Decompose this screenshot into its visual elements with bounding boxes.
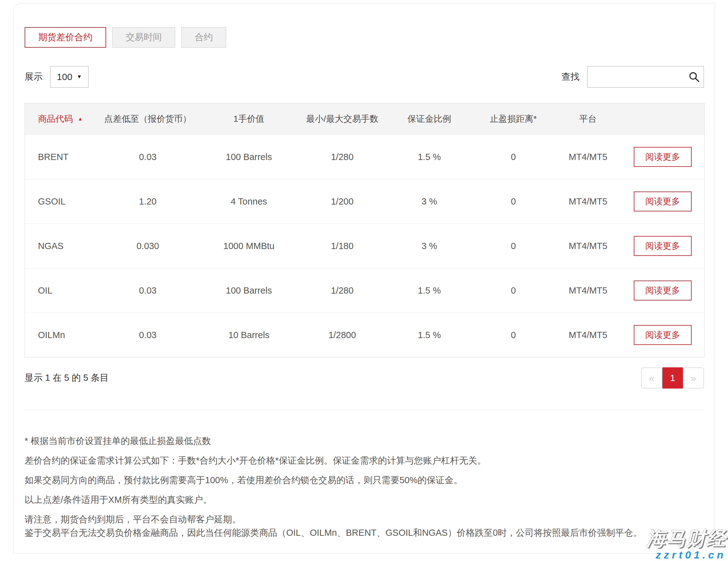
cell-spread: 0.03 [96, 286, 199, 296]
search-control: 查找 [562, 66, 704, 88]
search-input[interactable] [587, 66, 704, 88]
search-label: 查找 [562, 71, 580, 83]
page-size-select[interactable]: 100 ▼ [50, 66, 89, 88]
column-header-stop-distance[interactable]: 止盈损距离* [473, 113, 554, 125]
cell-actions: 阅读更多 [622, 236, 703, 256]
tab-contracts[interactable]: 合约 [181, 27, 226, 48]
cell-actions: 阅读更多 [622, 325, 703, 345]
read-more-button[interactable]: 阅读更多 [634, 236, 692, 256]
cell-spread: 1.20 [96, 196, 199, 207]
footnote-account-types: 以上点差/条件适用于XM所有类型的真实账户。 [25, 494, 684, 505]
sort-asc-icon: ▲ [78, 116, 83, 122]
cell-min-max: 1/180 [299, 241, 386, 251]
read-more-button[interactable]: 阅读更多 [634, 325, 692, 345]
content-card: 期货差价合约 交易时间 合约 展示 100 ▼ 查找 [13, 3, 715, 554]
cell-symbol: GSOIL [25, 196, 96, 207]
footnote-expiry: 请注意，期货合约到期后，平台不会自动帮客户延期。 [25, 514, 684, 525]
footnote-hedged-margin: 如果交易同方向的商品，预付款比例需要高于100%，若使用差价合约锁仓交易的话，则… [25, 475, 684, 486]
cell-min-max: 1/280 [299, 152, 386, 162]
cell-margin: 3 % [386, 196, 473, 207]
watermark-site: zzrt01.cn [646, 549, 726, 561]
prev-page-button[interactable]: « [641, 367, 662, 389]
chevron-down-icon: ▼ [77, 74, 82, 80]
cell-actions: 阅读更多 [622, 191, 703, 211]
table-row-ngas: NGAS 0.030 1000 MMBtu 1/180 3 % 0 MT4/MT… [25, 223, 704, 268]
cell-platform: MT4/MT5 [554, 196, 622, 207]
footnote-negative-prices: 鉴于交易平台无法交易负价格金融商品，因此当任何能源类商品（OIL、OILMn、B… [25, 527, 684, 538]
instruments-table: 商品代码 ▲ 点差低至（报价货币） 1手价值 最小/最大交易手数 保证金比例 止… [25, 103, 705, 358]
cell-platform: MT4/MT5 [554, 330, 622, 340]
cell-actions: 阅读更多 [622, 280, 703, 301]
pagination: 显示 1 在 5 的 5 条目 « 1 » [25, 367, 704, 389]
cell-symbol: BRENT [25, 152, 96, 162]
cell-symbol: OIL [25, 286, 96, 296]
cell-lot-value: 4 Tonnes [199, 196, 299, 207]
cell-min-max: 1/2800 [299, 330, 386, 340]
table-controls: 展示 100 ▼ 查找 [25, 66, 704, 88]
table-row-brent: BRENT 0.03 100 Barrels 1/280 1.5 % 0 MT4… [25, 134, 704, 179]
cell-min-max: 1/200 [299, 196, 386, 207]
divider [25, 410, 705, 410]
cell-symbol: OILMn [25, 330, 96, 340]
cell-min-max: 1/280 [299, 286, 386, 296]
tab-bar: 期货差价合约 交易时间 合约 [25, 27, 226, 48]
column-header-symbol[interactable]: 商品代码 ▲ [25, 113, 96, 125]
cell-platform: MT4/MT5 [554, 286, 622, 296]
footnote-margin-formula: 差价合约的保证金需求计算公式如下：手数*合约大小*开仓价格*保证金比例。保证金需… [25, 455, 684, 466]
cell-stop-distance: 0 [473, 241, 554, 251]
table-row-oil: OIL 0.03 100 Barrels 1/280 1.5 % 0 MT4/M… [25, 268, 704, 313]
tab-futures-cfd[interactable]: 期货差价合约 [25, 27, 106, 48]
watermark: 海马财经 zzrt01.cn [646, 529, 726, 561]
cell-spread: 0.030 [96, 241, 199, 251]
cell-spread: 0.03 [96, 330, 199, 340]
column-header-spread[interactable]: 点差低至（报价货币） [96, 113, 199, 125]
cell-actions: 阅读更多 [622, 147, 703, 167]
read-more-button[interactable]: 阅读更多 [634, 280, 692, 301]
pager: « 1 » [641, 367, 704, 389]
cell-lot-value: 1000 MMBtu [199, 241, 299, 251]
page-1-button[interactable]: 1 [662, 367, 683, 389]
column-header-platform[interactable]: 平台 [554, 113, 622, 125]
footnotes: * 根据当前市价设置挂单的最低止损盈最低点数 差价合约的保证金需求计算公式如下：… [25, 436, 684, 538]
cell-platform: MT4/MT5 [554, 241, 622, 251]
cell-stop-distance: 0 [473, 330, 554, 340]
read-more-button[interactable]: 阅读更多 [634, 191, 692, 211]
cell-margin: 1.5 % [386, 286, 473, 296]
cell-lot-value: 100 Barrels [199, 152, 299, 162]
footnote-stop-level: * 根据当前市价设置挂单的最低止损盈最低点数 [25, 436, 684, 447]
search-icon [688, 71, 700, 82]
page-size-value: 100 [57, 72, 72, 82]
cell-spread: 0.03 [96, 152, 199, 162]
cell-lot-value: 10 Barrels [199, 330, 299, 340]
page-size-control: 展示 100 ▼ [25, 66, 89, 88]
column-header-min-max[interactable]: 最小/最大交易手数 [299, 113, 386, 125]
table-header-row: 商品代码 ▲ 点差低至（报价货币） 1手价值 最小/最大交易手数 保证金比例 止… [25, 103, 704, 134]
cell-margin: 1.5 % [386, 330, 473, 340]
cell-margin: 1.5 % [386, 152, 473, 162]
cell-stop-distance: 0 [473, 286, 554, 296]
column-header-margin[interactable]: 保证金比例 [386, 113, 473, 125]
show-label: 展示 [25, 71, 43, 83]
cell-margin: 3 % [386, 241, 473, 251]
entries-summary: 显示 1 在 5 的 5 条目 [25, 372, 109, 384]
column-header-lot-value[interactable]: 1手价值 [199, 113, 299, 125]
cell-stop-distance: 0 [473, 152, 554, 162]
column-header-symbol-label: 商品代码 [38, 113, 73, 125]
table-row-gsoil: GSOIL 1.20 4 Tonnes 1/200 3 % 0 MT4/MT5 … [25, 179, 704, 223]
read-more-button[interactable]: 阅读更多 [634, 147, 692, 167]
cell-symbol: NGAS [25, 241, 96, 251]
tab-trading-hours[interactable]: 交易时间 [112, 27, 175, 48]
search-box [587, 66, 704, 88]
cell-platform: MT4/MT5 [554, 152, 622, 162]
cell-lot-value: 100 Barrels [199, 286, 299, 296]
cell-stop-distance: 0 [473, 196, 554, 207]
table-row-oilmn: OILMn 0.03 10 Barrels 1/2800 1.5 % 0 MT4… [25, 313, 704, 357]
next-page-button[interactable]: » [683, 367, 704, 389]
watermark-title: 海马财经 [646, 529, 726, 549]
